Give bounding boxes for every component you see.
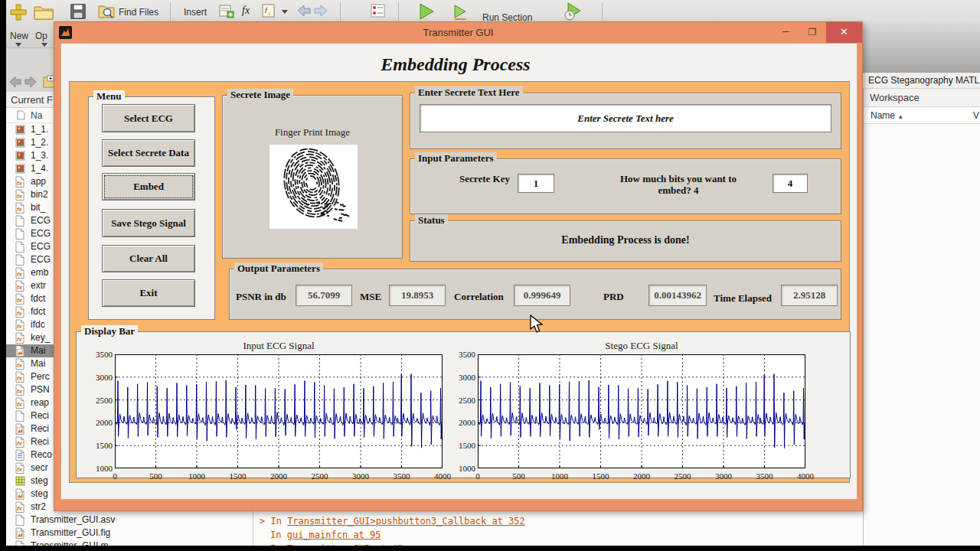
file-label: emb: [31, 267, 48, 278]
secret-text-input[interactable]: Enter Secrete Text here: [420, 104, 831, 132]
plot-title: Stego ECG Signal: [478, 340, 805, 352]
fx-icon[interactable]: fx: [242, 5, 250, 17]
breakpoints-icon[interactable]: [371, 4, 386, 18]
output-parameters-panel: Output Parameters PSNR in db 56.7099 MSE…: [229, 269, 841, 320]
bits-input[interactable]: 4: [773, 174, 808, 193]
secrete-key-label: Secrete Key: [456, 173, 513, 184]
new-script-icon[interactable]: [9, 3, 28, 21]
svg-text:fx: fx: [17, 323, 22, 330]
toolbar-separator2: [340, 2, 341, 21]
file-item[interactable]: Transmitter_GUI.fig: [6, 527, 253, 540]
insert-dropdown-caret[interactable]: [282, 10, 288, 14]
name-column-label: Na: [31, 110, 42, 121]
workspace-panel: Workspace Name ▲ V: [863, 89, 980, 546]
workspace-value-column: V: [973, 108, 979, 123]
svg-text:fx: fx: [17, 206, 22, 213]
secrete-image-label: Secrete Image: [227, 89, 293, 101]
status-message: Embedding Process is done!: [410, 234, 841, 246]
run-icon[interactable]: [418, 2, 435, 21]
output-parameters-label: Output Parameters: [234, 262, 323, 275]
command-line: > In Transmitter_GUI>pushbutton3_Callbac…: [260, 516, 525, 527]
secret-text-panel-label: Enter Secrete Text Here: [415, 86, 523, 99]
fingerprint-image: [270, 145, 358, 229]
file-item[interactable]: Transmitter_GUI.asv: [6, 514, 253, 527]
file-label: steg: [31, 475, 48, 486]
find-files-icon[interactable]: [98, 4, 115, 19]
y-tick-label: 1500: [92, 441, 113, 450]
window-title: Transmitter GUI: [54, 22, 862, 43]
x-tick-label: 500: [506, 471, 532, 481]
select-ecg-button[interactable]: Select ECG: [102, 104, 195, 132]
file-label: ECG: [31, 228, 51, 239]
y-tick-label: 3000: [92, 373, 113, 382]
new-dropdown-caret[interactable]: [15, 43, 21, 47]
minimize-button[interactable]: –: [774, 22, 797, 43]
x-tick-label: 2000: [629, 471, 655, 481]
workspace-name-column[interactable]: Name: [864, 110, 895, 121]
back-arrow-icon[interactable]: [297, 5, 311, 16]
file-label: Reci: [31, 410, 49, 421]
display-bar-panel: Display Bar Input ECG Signal100015002000…: [76, 331, 851, 478]
window-titlebar[interactable]: Transmitter GUI – ❐ ✕: [54, 22, 862, 43]
file-label: 1_2.: [31, 137, 48, 148]
run-advance-icon[interactable]: [564, 2, 583, 21]
svg-text:fx: fx: [17, 388, 22, 395]
save-icon[interactable]: [70, 4, 86, 19]
y-tick-label: 3500: [455, 350, 475, 359]
y-tick-label: 2000: [92, 418, 113, 427]
x-tick-label: 2500: [670, 471, 696, 481]
workspace-column-header[interactable]: Name ▲ V: [864, 108, 980, 124]
error-link[interactable]: Transmitter_GUI>pushbutton3_Callback at …: [287, 516, 525, 527]
letterbox-bottom: [0, 546, 980, 551]
secrete-key-input[interactable]: 1: [518, 174, 554, 193]
embed-button[interactable]: Embed: [102, 173, 195, 201]
x-tick-label: 3000: [348, 471, 374, 481]
maximize-button[interactable]: ❐: [801, 22, 824, 43]
nav-forward-icon[interactable]: [24, 77, 37, 87]
svg-text:fx: fx: [17, 310, 22, 317]
bits-label: How much bits you want to embed? 4: [606, 173, 751, 196]
file-label: Transmitter_GUI.fig: [31, 527, 110, 538]
mse-value: 19.8953: [389, 285, 446, 306]
clear-all-button[interactable]: Clear All: [102, 245, 195, 272]
file-label: secr: [31, 462, 48, 473]
file-label: Reci: [31, 423, 49, 434]
main-panel: Menu Select ECG Select Secrete Data Embe…: [69, 81, 850, 483]
svg-text:fx: fx: [17, 336, 22, 343]
error-link[interactable]: gui_mainfcn at 95: [287, 530, 381, 540]
insert-function-icon[interactable]: fi: [262, 4, 276, 18]
open-folder-icon[interactable]: [34, 4, 54, 20]
x-tick-label: 0: [102, 471, 128, 481]
exit-button[interactable]: Exit: [102, 279, 195, 307]
x-tick-label: 4000: [792, 471, 818, 481]
svg-text:fx: fx: [17, 284, 22, 291]
psnr-value: 56.7099: [296, 285, 352, 306]
file-label: fdct: [31, 306, 45, 317]
svg-text:fx: fx: [17, 466, 22, 473]
file-label: bin2: [31, 189, 48, 200]
open-dropdown-caret[interactable]: [41, 43, 47, 47]
forward-arrow-icon[interactable]: [314, 5, 328, 16]
insert-section-icon[interactable]: [219, 5, 234, 18]
x-tick-label: 500: [143, 471, 169, 481]
mse-label: MSE: [360, 291, 381, 303]
file-label: key_: [31, 332, 50, 343]
correlation-label: Correlation: [454, 291, 504, 303]
file-label: reap: [31, 397, 49, 408]
x-tick-label: 1000: [184, 471, 210, 481]
x-tick-label: 1500: [588, 471, 614, 481]
file-label: ifdc: [31, 319, 45, 330]
find-files-label[interactable]: Find Files: [119, 7, 158, 18]
close-button[interactable]: ✕: [826, 22, 862, 43]
select-secrete-data-button[interactable]: Select Secrete Data: [102, 139, 195, 167]
save-stego-signal-button[interactable]: Save Stego Signal: [102, 209, 195, 237]
document-bar[interactable]: ECG Steganography MATL: [863, 73, 980, 89]
screen: New Op Find Files Insert fx fi Run Secti…: [0, 0, 980, 551]
nav-back-icon[interactable]: [9, 77, 21, 87]
correlation-value: 0.999649: [514, 285, 570, 306]
open-button-label[interactable]: Op: [35, 31, 47, 41]
new-button-label[interactable]: New: [10, 31, 28, 41]
workspace-header[interactable]: Workspace: [864, 89, 980, 107]
run-section-icon[interactable]: [453, 5, 469, 20]
x-tick-label: 3500: [752, 471, 778, 481]
